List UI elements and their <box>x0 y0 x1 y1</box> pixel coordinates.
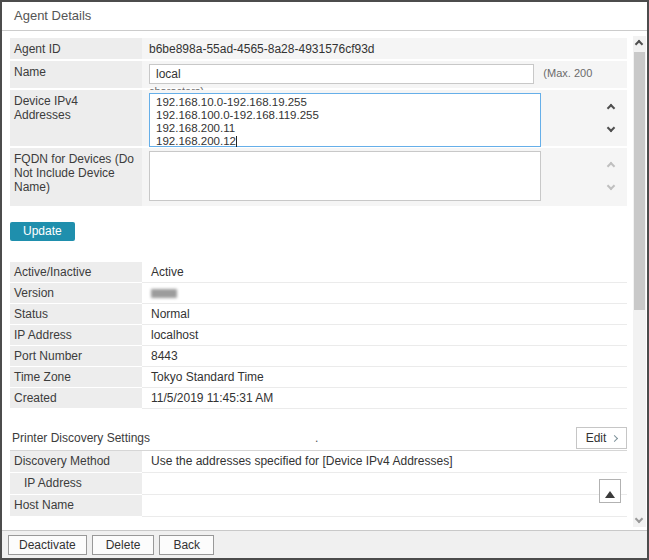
info-label: Host Name <box>10 495 142 517</box>
fqdn-row: FQDN for Devices (Do Not Include Device … <box>10 148 627 206</box>
info-value <box>142 473 627 495</box>
info-value <box>142 495 627 517</box>
info-label: IP Address <box>10 325 142 346</box>
info-value: Active <box>142 262 627 283</box>
edit-button[interactable]: Edit <box>576 427 627 449</box>
info-value: Use the addresses specified for [Device … <box>142 451 627 473</box>
info-value: 8443 <box>142 346 627 367</box>
table-row: Discovery Method Use the addresses speci… <box>10 451 627 473</box>
agent-id-label: Agent ID <box>10 38 142 59</box>
info-value: Normal <box>142 304 627 325</box>
vertical-scrollbar[interactable] <box>633 36 646 527</box>
redacted-version-value <box>151 289 177 298</box>
chevron-down-icon[interactable] <box>607 182 615 190</box>
table-row: Port Number 8443 <box>10 346 627 367</box>
scrollbar-down-arrow[interactable] <box>633 514 646 527</box>
chevron-down-icon <box>635 515 643 523</box>
table-row: IP Address <box>10 473 627 495</box>
stray-dot: . <box>315 431 318 445</box>
table-row: Status Normal <box>10 304 627 325</box>
table-row: Created 11/5/2019 11:45:31 AM <box>10 388 627 409</box>
edit-button-label: Edit <box>586 431 607 445</box>
scroll-to-top-icon <box>600 491 620 498</box>
table-row: Active/Inactive Active <box>10 262 627 283</box>
info-label: Discovery Method <box>10 451 142 473</box>
fqdn-textarea[interactable] <box>149 151 541 201</box>
table-row: IP Address localhost <box>10 325 627 346</box>
info-label: Version <box>10 283 142 304</box>
info-value: 11/5/2019 11:45:31 AM <box>142 388 627 409</box>
info-value: localhost <box>142 325 627 346</box>
chevron-up-icon[interactable] <box>607 162 615 170</box>
name-label: Name <box>10 61 142 88</box>
deactivate-button[interactable]: Deactivate <box>8 535 87 555</box>
scrollbar-thumb[interactable] <box>634 52 645 310</box>
info-label: Status <box>10 304 142 325</box>
table-row: Host Name <box>10 495 627 517</box>
table-row: Version <box>10 283 627 304</box>
fqdn-label: FQDN for Devices (Do Not Include Device … <box>10 148 142 206</box>
info-label: Active/Inactive <box>10 262 142 283</box>
table-row: Time Zone Tokyo Standard Time <box>10 367 627 388</box>
ipv4-addresses-textarea[interactable]: 192.168.10.0-192.168.19.255 192.168.100.… <box>149 93 541 147</box>
name-input[interactable] <box>149 64 534 84</box>
update-button[interactable]: Update <box>10 222 75 241</box>
ipv4-addresses-row: Device IPv4 Addresses 192.168.10.0-192.1… <box>10 90 627 146</box>
info-label: IP Address <box>10 473 142 495</box>
name-row: Name (Max. 200 characters) <box>10 61 627 88</box>
agent-info-table: Active/Inactive Active Version Status No… <box>10 262 627 409</box>
page-title: Agent Details <box>2 2 647 31</box>
discovery-table: Discovery Method Use the addresses speci… <box>10 451 627 517</box>
info-value: Tokyo Standard Time <box>142 367 627 388</box>
info-label: Port Number <box>10 346 142 367</box>
scroll-to-top-button[interactable] <box>599 479 621 503</box>
info-label: Time Zone <box>10 367 142 388</box>
main-content: Agent ID b6be898a-55ad-4565-8a28-4931576… <box>2 32 627 528</box>
scrollbar-up-arrow[interactable] <box>633 36 646 49</box>
agent-id-value: b6be898a-55ad-4565-8a28-4931576cf93d <box>142 38 627 59</box>
agent-id-row: Agent ID b6be898a-55ad-4565-8a28-4931576… <box>10 38 627 59</box>
printer-discovery-title: Printer Discovery Settings <box>12 431 150 445</box>
printer-discovery-header: Printer Discovery Settings . Edit <box>10 427 627 451</box>
chevron-right-icon <box>611 434 618 441</box>
info-value <box>142 283 627 304</box>
back-button[interactable]: Back <box>159 535 214 555</box>
ipv4-addresses-label: Device IPv4 Addresses <box>10 90 142 146</box>
chevron-up-icon <box>635 40 643 48</box>
chevron-down-icon[interactable] <box>607 124 615 132</box>
info-label: Created <box>10 388 142 409</box>
agent-details-window: Agent Details Agent ID b6be898a-55ad-456… <box>0 0 649 560</box>
delete-button[interactable]: Delete <box>92 535 155 555</box>
footer-bar: Deactivate Delete Back <box>2 530 647 558</box>
chevron-up-icon[interactable] <box>607 104 615 112</box>
